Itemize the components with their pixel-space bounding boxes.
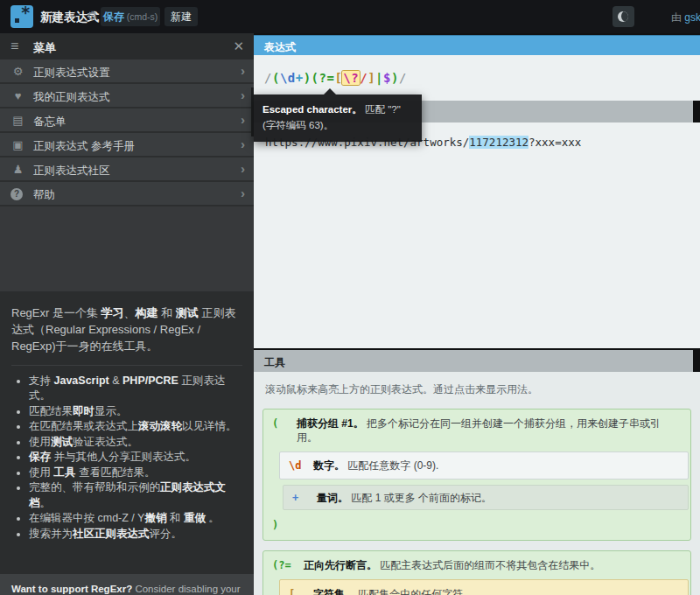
sidebar-item-cheatsheet[interactable]: ▤ 备忘单 › bbox=[0, 108, 254, 133]
close-icon[interactable]: ✕ bbox=[233, 38, 244, 54]
about-intro: RegExr 是一个集 学习、构建 和 测试 正则表达式（Regular Exp… bbox=[11, 305, 242, 355]
explain-desc: 匹配主表达式后面的组而不将其包含在结果中。 bbox=[377, 559, 600, 571]
explain-nest-charset: [ 字符集。 匹配集合中的任何字符。 \? Escaped character。… bbox=[279, 579, 689, 595]
explain-row-group-open[interactable]: ( 捕获分组 #1。 把多个标记分在同一组并创建一个捕获分组，用来创建子串或引用… bbox=[263, 410, 690, 450]
quantifier-token: + bbox=[292, 491, 312, 505]
feature-item: 保存 并与其他人分享正则表达式。 bbox=[29, 450, 242, 466]
sidebar-item-label: 我的正则表达式 bbox=[33, 90, 110, 105]
lookahead-token: (?= bbox=[272, 558, 298, 572]
credit-text: 由 gskin bbox=[671, 10, 700, 25]
tooltip-arrow bbox=[324, 88, 336, 94]
top-bar: * 新建表达式 ⚙ 保存 (cmd-s) 新建 由 gskin bbox=[0, 0, 700, 33]
sidebar-item-label: 正则表达式社区 bbox=[33, 164, 110, 178]
digit-token: \d bbox=[289, 458, 308, 472]
explain-label: 捕获分组 #1。 bbox=[297, 417, 364, 430]
explain-row-digit[interactable]: \d 数字。 匹配任意数字 (0-9). bbox=[280, 452, 688, 478]
regex-token-highlighted[interactable]: \? bbox=[342, 71, 360, 85]
explain-row-lookahead[interactable]: (?= 正向先行断言。 匹配主表达式后面的组而不将其包含在结果中。 bbox=[263, 551, 690, 578]
explain-label: 数字。 bbox=[313, 459, 345, 472]
explain-desc: 匹配 1 或更多 个前面的标记。 bbox=[348, 492, 492, 504]
feature-item: 在匹配结果或表达式上滚动滚轮以见详情。 bbox=[29, 419, 242, 435]
chevron-right-icon: › bbox=[241, 186, 245, 200]
ad-support-notice: Want to support RegExr? Consider disabli… bbox=[0, 574, 254, 595]
feature-item: 使用测试验证表达式。 bbox=[29, 435, 242, 451]
tools-header-label: 工具 bbox=[264, 355, 285, 370]
regex-token[interactable]: ) bbox=[304, 71, 312, 85]
explain-label: 正向先行断言。 bbox=[304, 559, 377, 571]
explain-block-lookahead: (?= 正向先行断言。 匹配主表达式后面的组而不将其包含在结果中。 [ 字符集。… bbox=[262, 550, 691, 595]
explain-text: 量词。 匹配 1 或更多 个前面的标记。 bbox=[317, 491, 492, 505]
explain-text: 正向先行断言。 匹配主表达式后面的组而不将其包含在结果中。 bbox=[304, 558, 600, 572]
explain-desc: 匹配任意数字 (0-9). bbox=[345, 459, 438, 472]
explain-row-charset[interactable]: [ 字符集。 匹配集合中的任何字符。 bbox=[280, 580, 688, 595]
new-button[interactable]: 新建 bbox=[164, 7, 198, 26]
save-shortcut: (cmd-s) bbox=[127, 11, 158, 22]
save-button-label: 保存 bbox=[103, 10, 124, 24]
test-text-input[interactable]: https://www.pixiv.net/artworks/117212312… bbox=[254, 122, 700, 348]
about-section: RegExr 是一个集 学习、构建 和 测试 正则表达式（Regular Exp… bbox=[0, 291, 254, 574]
regex-token[interactable]: $ bbox=[383, 71, 391, 85]
menu-header: ≡ 菜单 ✕ bbox=[0, 33, 254, 60]
regex-token[interactable]: ( bbox=[272, 71, 280, 85]
sidebar-item-help[interactable]: ? 帮助 › bbox=[0, 182, 254, 206]
regex-token[interactable]: ] bbox=[368, 71, 375, 85]
regex-token[interactable]: ) bbox=[391, 71, 399, 85]
cheatsheet-icon: ▤ bbox=[10, 114, 25, 127]
logo-asterisk-icon: * bbox=[21, 3, 31, 22]
regex-expression: /(\d+)(?=[\?/]|$)/ bbox=[264, 71, 407, 85]
heart-icon: ♥ bbox=[10, 89, 25, 102]
logo-dot bbox=[15, 18, 19, 23]
chevron-right-icon: › bbox=[241, 88, 245, 102]
feature-item: 搜索并为社区正则表达式评分。 bbox=[29, 527, 242, 542]
save-button[interactable]: 保存 (cmd-s) bbox=[101, 7, 160, 26]
regex-token[interactable]: / bbox=[399, 71, 407, 85]
sidebar-item-favorites[interactable]: ♥ 我的正则表达式 › bbox=[0, 84, 254, 108]
new-button-label: 新建 bbox=[171, 10, 192, 24]
main-panel: 表达式 /(\d+)(?=[\?/]|$)/ https://www.pixiv… bbox=[254, 33, 700, 595]
feature-list: 支持 JavaScript & PHP/PCRE 正则表达式。 匹配结果即时显示… bbox=[29, 374, 242, 542]
explain-label: 量词。 bbox=[317, 492, 348, 504]
explain-nest-digit: \d 数字。 匹配任意数字 (0-9). bbox=[279, 452, 689, 479]
explain-block-group: ( 捕获分组 #1。 把多个标记分在同一组并创建一个捕获分组，用来创建子串或引用… bbox=[262, 409, 691, 541]
explain-desc: 匹配集合中的任何字符。 bbox=[355, 588, 473, 595]
tools-hint: 滚动鼠标来高亮上方的正则表达式。通过点击来显示用法。 bbox=[265, 382, 691, 397]
regex-token[interactable]: \d bbox=[280, 71, 296, 85]
match-highlight[interactable]: 117212312 bbox=[469, 136, 528, 149]
explain-row-quantifier[interactable]: + 量词。 匹配 1 或更多 个前面的标记。 bbox=[284, 486, 688, 509]
regex-token[interactable]: [ bbox=[334, 71, 342, 85]
tools-panel: 滚动鼠标来高亮上方的正则表达式。通过点击来显示用法。 ( 捕获分组 #1。 把多… bbox=[254, 372, 700, 595]
regex-token[interactable]: / bbox=[360, 71, 368, 85]
community-icon: ♟ bbox=[10, 163, 25, 176]
sample-after: ?xxx=xxx bbox=[528, 136, 581, 149]
sidebar-item-label: 备忘单 bbox=[33, 115, 66, 130]
regex-token[interactable]: / bbox=[264, 71, 272, 85]
token-tooltip: Escaped character。 匹配 "?" (字符编码 63)。 bbox=[254, 94, 422, 142]
sidebar-item-reference[interactable]: ▣ 正则表达式 参考手册 › bbox=[0, 133, 254, 158]
explain-row-group-close[interactable]: ) bbox=[263, 514, 690, 536]
dark-mode-toggle[interactable] bbox=[612, 6, 634, 27]
chevron-right-icon: › bbox=[241, 112, 245, 127]
regex-token[interactable]: | bbox=[375, 71, 383, 85]
gear-icon: ⚙ bbox=[10, 65, 25, 78]
regex-token[interactable]: (?= bbox=[312, 71, 335, 85]
feature-item: 匹配结果即时显示。 bbox=[29, 404, 242, 420]
divider bbox=[11, 365, 242, 366]
regexr-logo[interactable]: * bbox=[10, 5, 33, 28]
help-icon: ? bbox=[10, 188, 23, 200]
explain-text: 字符集。 匹配集合中的任何字符。 bbox=[313, 587, 473, 595]
chevron-right-icon: › bbox=[241, 63, 245, 78]
sidebar-item-community[interactable]: ♟ 正则表达式社区 › bbox=[0, 158, 254, 182]
charset-token: [ bbox=[289, 587, 308, 595]
sidebar-item-label: 帮助 bbox=[33, 188, 55, 203]
sidebar-item-settings[interactable]: ⚙ 正则表达式设置 › bbox=[0, 60, 254, 84]
sidebar: ≡ 菜单 ✕ ⚙ 正则表达式设置 › ♥ 我的正则表达式 › ▤ 备忘单 › ▣… bbox=[0, 33, 254, 595]
explain-text: 捕获分组 #1。 把多个标记分在同一组并创建一个捕获分组，用来创建子串或引用。 bbox=[297, 416, 682, 444]
credit-prefix: 由 bbox=[671, 11, 684, 24]
menu-title: 菜单 bbox=[33, 40, 56, 56]
explain-text: 数字。 匹配任意数字 (0-9). bbox=[313, 458, 438, 472]
feature-item: 支持 JavaScript & PHP/PCRE 正则表达式。 bbox=[29, 374, 242, 404]
regex-token[interactable]: + bbox=[296, 71, 304, 85]
credit-link[interactable]: gskin bbox=[684, 11, 700, 24]
chevron-right-icon: › bbox=[241, 136, 245, 151]
expression-settings-gear-icon[interactable]: ⚙ bbox=[87, 9, 98, 23]
